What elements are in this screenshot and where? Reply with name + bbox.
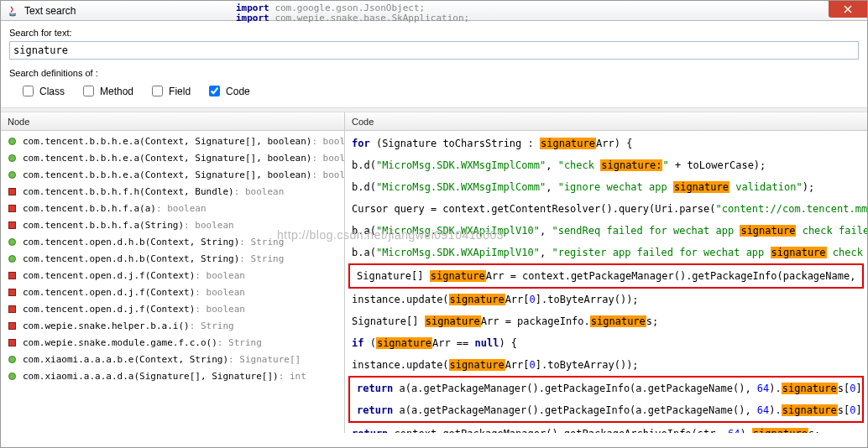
method-default-icon [6, 286, 18, 298]
node-return-type: : boolean [311, 169, 344, 180]
node-return-type: : boolean [311, 136, 344, 147]
code-row[interactable]: return context.getPackageManager().getPa… [345, 423, 867, 433]
node-row[interactable]: com.tencent.b.b.h.e.a(Context, Signature… [1, 133, 344, 149]
node-signature: com.tencent.open.d.j.f(Context) [23, 287, 195, 298]
node-signature: com.tencent.b.b.h.e.a(Context, Signature… [23, 169, 311, 180]
check-class[interactable]: Class [19, 83, 65, 99]
method-default-icon [6, 320, 18, 331]
node-return-type: : String [190, 320, 234, 331]
node-row[interactable]: com.wepie.snake.module.game.f.c.o() : St… [1, 334, 344, 351]
node-return-type: : boolean [234, 186, 285, 197]
node-signature: com.tencent.b.b.h.f.a(String) [23, 220, 184, 231]
node-return-type: : String [239, 253, 284, 264]
code-row[interactable]: Signature[] signatureArr = packageInfo.s… [345, 310, 867, 332]
checkbox-method[interactable] [83, 86, 94, 96]
code-row[interactable]: b.a("MicroMsg.SDK.WXApiImplV10", "sendRe… [345, 220, 867, 242]
code-row[interactable]: instance.update(signatureArr[0].toByteAr… [345, 354, 867, 376]
code-row[interactable]: for (Signature toCharsString : signature… [345, 133, 867, 154]
method-default-icon [6, 303, 18, 315]
node-row[interactable]: com.tencent.open.d.j.f(Context) : boolea… [1, 300, 344, 317]
node-row[interactable]: com.xiaomi.a.a.a.d.a(Signature[], Signat… [1, 367, 344, 384]
code-row[interactable]: return a(a.getPackageManager().getPackag… [350, 378, 862, 399]
checkbox-field[interactable] [152, 86, 163, 96]
node-signature: com.tencent.open.d.h.b(Context, String) [23, 253, 239, 264]
method-default-icon [6, 269, 18, 281]
node-row[interactable]: com.tencent.b.b.h.f.h(Context, Bundle) :… [1, 183, 344, 200]
method-default-icon [6, 202, 18, 214]
search-label: Search for text: [9, 28, 859, 38]
method-public-icon [6, 169, 18, 180]
code-column: Code for (Signature toCharsString : sign… [345, 112, 867, 433]
node-column: Node com.tencent.b.b.h.e.a(Context, Sign… [1, 112, 345, 433]
node-signature: com.tencent.b.b.h.e.a(Context, Signature… [23, 136, 311, 147]
highlight-box: return a(a.getPackageManager().getPackag… [348, 376, 864, 423]
method-public-icon [6, 135, 18, 147]
code-list: for (Signature toCharsString : signature… [345, 131, 867, 433]
node-row[interactable]: com.tencent.b.b.h.e.a(Context, Signature… [1, 166, 344, 183]
code-row[interactable]: b.a("MicroMsg.SDK.WXApiImplV10", "regist… [345, 242, 867, 263]
node-signature: com.tencent.b.b.h.f.a(a) [23, 203, 156, 214]
code-header[interactable]: Code [345, 112, 867, 131]
node-return-type: : boolean [195, 270, 245, 281]
method-default-icon [6, 219, 18, 231]
method-default-icon [6, 336, 18, 348]
definitions-section: Search definitions of : Class Method Fie… [1, 63, 867, 107]
checkbox-code[interactable] [209, 86, 220, 96]
node-return-type: : int [279, 371, 306, 382]
code-row[interactable]: instance.update(signatureArr[0].toByteAr… [345, 289, 867, 310]
node-return-type: : boolean [195, 287, 245, 298]
method-public-icon [6, 370, 18, 382]
search-input[interactable] [9, 41, 859, 60]
node-signature: com.tencent.b.b.h.f.h(Context, Bundle) [23, 186, 234, 197]
close-icon [844, 5, 852, 13]
node-return-type: : boolean [311, 153, 344, 164]
results-pane: Node com.tencent.b.b.h.e.a(Context, Sign… [1, 112, 867, 433]
code-row[interactable]: b.d("MicroMsg.SDK.WXMsgImplComm", "check… [345, 154, 867, 176]
node-signature: com.wepie.snake.module.game.f.c.o() [23, 337, 217, 348]
method-public-icon [6, 353, 18, 365]
check-method[interactable]: Method [80, 83, 133, 99]
node-return-type: : String [217, 337, 262, 348]
method-public-icon [6, 152, 18, 164]
node-row[interactable]: com.tencent.open.d.j.f(Context) : boolea… [1, 284, 344, 300]
code-row[interactable]: return a(a.getPackageManager().getPackag… [350, 399, 862, 421]
node-row[interactable]: com.tencent.b.b.h.e.a(Context, Signature… [1, 149, 344, 166]
code-row[interactable]: b.d("MicroMsg.SDK.WXMsgImplComm", "ignor… [345, 176, 867, 198]
node-row[interactable]: com.wepie.snake.helper.b.a.i() : String [1, 317, 344, 334]
node-signature: com.tencent.open.d.j.f(Context) [23, 304, 195, 315]
code-row[interactable]: Signature[] signatureArr = context.getPa… [350, 265, 862, 287]
window-title: Text search [24, 5, 76, 17]
node-row[interactable]: com.tencent.open.d.j.f(Context) : boolea… [1, 267, 344, 284]
node-row[interactable]: com.tencent.open.d.h.b(Context, String) … [1, 250, 344, 267]
check-field[interactable]: Field [149, 83, 191, 99]
node-signature: com.tencent.open.d.j.f(Context) [23, 270, 195, 281]
node-return-type: : String [239, 237, 284, 247]
node-return-type: : Signature[] [228, 354, 301, 365]
close-button[interactable] [829, 1, 867, 18]
node-list: com.tencent.b.b.h.e.a(Context, Signature… [1, 131, 344, 386]
node-signature: com.xiaomi.a.a.a.b.e(Context, String) [23, 354, 228, 365]
definitions-label: Search definitions of : [9, 68, 859, 78]
java-icon [6, 4, 19, 18]
node-row[interactable]: com.tencent.b.b.h.f.a(a) : boolean [1, 200, 344, 216]
background-code: import com.google.gson.JsonObject; impor… [236, 3, 469, 23]
code-row[interactable]: Cursor query = context.getContentResolve… [345, 198, 867, 220]
node-signature: com.tencent.b.b.h.e.a(Context, Signature… [23, 153, 311, 164]
node-signature: com.tencent.open.d.h.b(Context, String) [23, 237, 239, 247]
titlebar: Text search import com.google.gson.JsonO… [1, 1, 867, 21]
node-row[interactable]: com.tencent.b.b.h.f.a(String) : boolean [1, 216, 344, 233]
node-return-type: : boolean [184, 220, 234, 231]
highlight-box: Signature[] signatureArr = context.getPa… [348, 263, 864, 289]
code-row[interactable]: if (signatureArr == null) { [345, 332, 867, 354]
check-code[interactable]: Code [206, 83, 250, 99]
node-return-type: : boolean [195, 304, 245, 315]
method-public-icon [6, 236, 18, 247]
node-row[interactable]: com.xiaomi.a.a.a.b.e(Context, String) : … [1, 351, 344, 367]
checkbox-class[interactable] [23, 86, 34, 96]
method-public-icon [6, 253, 18, 264]
search-section: Search for text: [1, 21, 867, 63]
node-return-type: : boolean [156, 203, 207, 214]
node-row[interactable]: com.tencent.open.d.h.b(Context, String) … [1, 233, 344, 250]
node-header[interactable]: Node [1, 112, 344, 131]
node-signature: com.xiaomi.a.a.a.d.a(Signature[], Signat… [23, 371, 279, 382]
